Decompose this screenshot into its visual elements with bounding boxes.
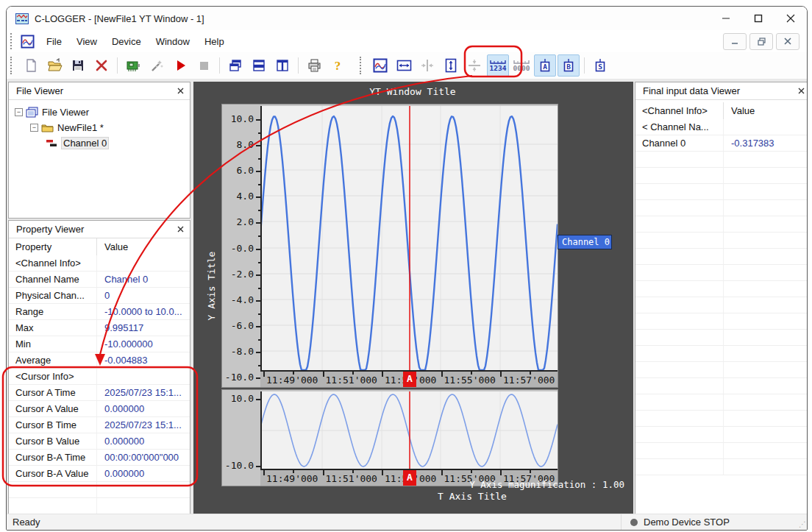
final-viewer-close-icon[interactable] <box>798 88 805 94</box>
table-row[interactable] <box>635 184 808 200</box>
window-close-button[interactable] <box>774 7 807 30</box>
table-row[interactable]: Cursor B Value0.000000 <box>9 433 190 450</box>
table-row[interactable] <box>635 346 808 362</box>
main-time-axis[interactable]: 11:49'00011:51'00011:53'00011:55'00011:5… <box>260 372 558 387</box>
table-row[interactable] <box>635 378 808 394</box>
sync-s-button[interactable]: S <box>589 54 611 77</box>
table-row[interactable]: Cursor B Time2025/07/23 15:1... <box>9 417 190 433</box>
help-button[interactable]: ? <box>327 54 349 77</box>
file-viewer-header[interactable]: File Viewer <box>9 82 190 100</box>
mdi-restore-button[interactable] <box>749 33 773 50</box>
table-row[interactable] <box>9 482 190 498</box>
yt-chart-area[interactable]: YT Window Title Y Axis Title 10.08.06.04… <box>193 82 633 514</box>
menu-view[interactable]: View <box>69 32 104 51</box>
property-viewer-header[interactable]: Property Viewer <box>9 221 190 238</box>
compress-horizontal-button[interactable] <box>416 54 438 77</box>
toolbar2-gripper[interactable] <box>360 57 364 74</box>
table-row[interactable]: Min-10.000000 <box>9 336 190 352</box>
tree-item-channel0[interactable]: Channel 0 <box>9 135 190 151</box>
table-row[interactable]: Max9.995117 <box>9 320 190 336</box>
table-row[interactable] <box>635 168 808 184</box>
value-cell <box>724 411 808 426</box>
delete-button[interactable] <box>90 54 113 77</box>
table-row[interactable]: Channel NameChannel 0 <box>9 272 190 288</box>
menu-help[interactable]: Help <box>197 32 232 51</box>
table-row[interactable]: Channel 0-0.317383 <box>635 135 808 152</box>
toolbar-gripper[interactable] <box>10 57 15 74</box>
table-row[interactable] <box>635 281 808 297</box>
yt-window-button[interactable] <box>369 54 391 77</box>
table-row[interactable] <box>635 459 808 475</box>
table-row[interactable] <box>635 443 808 459</box>
collapse-icon[interactable]: − <box>30 124 38 132</box>
tree-item-newfile1[interactable]: − NewFile1 * <box>9 120 190 135</box>
table-row[interactable]: Cursor A Time2025/07/23 15:1... <box>9 385 190 401</box>
table-row[interactable]: Cursor B-A Value0.000000 <box>9 466 190 482</box>
main-y-scale[interactable]: 10.08.06.04.02.0-0.0-2.0-4.0-6.0-8.0-10.… <box>222 104 260 387</box>
channel-legend-tag[interactable]: Channel 0 <box>558 235 612 249</box>
table-row[interactable] <box>635 411 808 427</box>
save-file-button[interactable] <box>67 54 89 77</box>
wizard-button[interactable] <box>146 54 168 77</box>
property-viewer-close-icon[interactable] <box>177 226 184 233</box>
cursor-a-marker[interactable]: A <box>403 372 416 387</box>
final-table-header: <Channel Info> Value <box>635 100 808 119</box>
overview-y-scale[interactable]: 10.0-10.0 <box>222 390 260 486</box>
mdi-minimize-button[interactable] <box>723 33 747 50</box>
device-setup-button[interactable] <box>122 54 144 77</box>
cascade-windows-button[interactable] <box>224 54 246 77</box>
table-row[interactable] <box>635 362 808 378</box>
file-viewer-close-icon[interactable] <box>177 88 184 94</box>
resize-grip-icon[interactable]: ⋰ <box>799 520 805 528</box>
table-row[interactable]: Cursor A Value0.000000 <box>9 401 190 417</box>
table-row[interactable] <box>635 394 808 411</box>
overview-plot[interactable] <box>260 391 558 470</box>
status-text: Ready <box>13 517 40 528</box>
mdi-close-button[interactable] <box>776 33 799 50</box>
fit-vertical-button[interactable] <box>440 54 462 77</box>
final-viewer-header[interactable]: Final input data Viewer <box>635 82 808 100</box>
new-file-button[interactable] <box>20 54 42 77</box>
table-row[interactable] <box>635 427 808 443</box>
ruler-0000-button[interactable]: 0000 <box>510 54 533 77</box>
cursor-b-button[interactable]: B <box>558 54 580 77</box>
table-row[interactable]: < Channel Na... <box>635 119 808 135</box>
tile-vertical-button[interactable] <box>271 54 293 77</box>
menubar-gripper[interactable] <box>10 33 15 49</box>
table-row[interactable] <box>635 152 808 168</box>
collapse-icon[interactable]: − <box>15 108 23 116</box>
menu-file[interactable]: File <box>39 32 69 51</box>
table-row[interactable] <box>635 216 808 233</box>
start-measure-button[interactable] <box>169 54 191 77</box>
window-minimize-button[interactable] <box>710 7 742 30</box>
window-maximize-button[interactable] <box>742 7 774 30</box>
table-row[interactable]: Range-10.0000 to 10.0... <box>9 304 190 320</box>
yt-window-icon[interactable] <box>21 35 35 49</box>
table-row[interactable] <box>635 313 808 330</box>
table-row[interactable]: <Cursor Info> <box>9 369 190 385</box>
main-plot[interactable] <box>260 106 558 372</box>
stop-measure-button[interactable] <box>193 54 215 77</box>
table-row[interactable] <box>635 330 808 346</box>
table-row[interactable]: Cursor B-A Time00:00:00'000"000 <box>9 450 190 466</box>
table-row[interactable]: Physical Chan...0 <box>9 288 190 304</box>
tile-horizontal-button[interactable] <box>248 54 270 77</box>
compress-vertical-button[interactable] <box>463 54 485 77</box>
tree-item-file-viewer[interactable]: − File Viewer <box>9 104 190 120</box>
table-row[interactable] <box>635 233 808 249</box>
print-button[interactable] <box>303 54 325 77</box>
table-row[interactable] <box>9 498 190 514</box>
menu-device[interactable]: Device <box>104 32 149 51</box>
open-file-button[interactable] <box>43 54 65 77</box>
table-row[interactable]: Average-0.004883 <box>9 352 190 369</box>
cursor-a-button[interactable]: A <box>534 54 556 77</box>
ruler-1234-button[interactable]: 1234 <box>487 54 509 77</box>
fit-horizontal-button[interactable] <box>393 54 415 77</box>
table-row[interactable] <box>635 265 808 281</box>
table-row[interactable] <box>635 297 808 313</box>
table-row[interactable] <box>635 249 808 265</box>
cursor-a-marker[interactable]: A <box>403 470 416 486</box>
menu-window[interactable]: Window <box>149 32 197 51</box>
table-row[interactable]: <Channel Info> <box>9 255 190 272</box>
table-row[interactable] <box>635 200 808 216</box>
